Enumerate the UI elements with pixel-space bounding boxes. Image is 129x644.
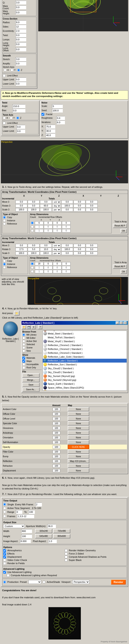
scale-tz2-input[interactable] (86, 252, 98, 255)
show-root-only-cb[interactable] (22, 366, 25, 369)
dim1d1-count[interactable] (35, 221, 43, 225)
bf-selected-radio[interactable] (22, 343, 25, 346)
dim3d1-x[interactable] (44, 229, 52, 232)
move-tz2-input[interactable] (86, 244, 98, 247)
super-black-cb[interactable] (65, 559, 68, 562)
lower-limit-input[interactable] (16, 82, 26, 86)
scale-y2-input[interactable] (28, 252, 40, 255)
dim1d2-z[interactable] (62, 262, 71, 266)
map-amount-input[interactable] (53, 426, 60, 430)
move-y1-input[interactable] (28, 200, 40, 204)
res-640-btn[interactable]: 640x480 (35, 534, 52, 538)
map-btn-ambient-color[interactable]: None (68, 407, 89, 411)
rotate-ty2-input[interactable] (74, 248, 85, 251)
ok1-button[interactable]: OK (120, 229, 127, 233)
res-320-btn[interactable]: 320x240 (35, 529, 52, 533)
dim2d2-radio[interactable] (30, 266, 34, 269)
mtl-library-button[interactable]: 📁 (14, 311, 20, 316)
map-amount-input[interactable] (53, 436, 60, 439)
scale-x1-input[interactable] (16, 208, 27, 212)
noise-scale-input[interactable] (52, 104, 63, 108)
material-list-item[interactable]: Sky_Sunset2 (Skynut2.jpg) (43, 378, 127, 382)
move-z2-input[interactable] (40, 244, 52, 247)
rotate-tz1-input[interactable] (86, 204, 98, 208)
material-list-item[interactable]: Space_HiRes_Stars (Stars10JPG) (43, 386, 127, 390)
ta-z-radio[interactable] (16, 116, 19, 119)
render-fields-cb[interactable] (3, 562, 6, 565)
show-maps-cb[interactable] (22, 360, 25, 362)
twist-angle-input[interactable] (13, 104, 25, 108)
fractal-checkbox[interactable] (42, 113, 44, 116)
map-btn-opacity[interactable]: CLICK HERE (68, 445, 89, 449)
copy-radio2[interactable] (3, 260, 6, 262)
twist-upper-input[interactable] (17, 125, 25, 129)
dim1d2-y[interactable] (53, 262, 61, 266)
map-btn-refraction[interactable]: None (68, 464, 89, 468)
res-800-btn[interactable]: 800x600 (53, 534, 70, 538)
image-aspect-input[interactable] (20, 539, 31, 543)
to-range-radio[interactable] (3, 510, 6, 513)
noise-seed-input[interactable] (52, 108, 63, 112)
dim2d2-z[interactable] (62, 266, 71, 270)
res-720-btn[interactable]: 720x486 (53, 529, 70, 533)
activeshade-radio[interactable] (43, 581, 45, 584)
atmospherics-cb[interactable] (3, 549, 6, 552)
noise-roughness-input[interactable] (56, 116, 65, 120)
sa-z-radio[interactable] (17, 69, 20, 72)
noise-x-input[interactable] (46, 125, 55, 128)
file-save-btn[interactable]: Save (22, 383, 40, 387)
material-list-item[interactable]: Sky_Cloud3 ( Standard ) (43, 370, 127, 374)
move-ty1-input[interactable] (74, 200, 85, 204)
noise-iterations-input[interactable] (56, 120, 65, 124)
dim1d2-count[interactable] (35, 262, 43, 266)
material-list-item[interactable]: Reflection_Chrome2 ( Standard ) (43, 347, 127, 351)
ta-x-radio[interactable] (3, 116, 6, 119)
dim2d1-x[interactable] (44, 225, 52, 228)
displacement-cb[interactable] (3, 556, 6, 558)
effects-cb[interactable] (3, 552, 6, 555)
ta-y-radio[interactable] (10, 116, 13, 119)
material-list-item[interactable]: Metal_Steel ( Standard ) (43, 332, 127, 336)
map-amount-input[interactable] (53, 450, 60, 454)
cs-eccentricity-input[interactable] (16, 29, 26, 33)
move-z1-input[interactable] (40, 200, 52, 204)
dim3d2-radio[interactable] (30, 270, 34, 273)
smooth-stretch-input[interactable] (16, 57, 26, 61)
render-hidden-cb[interactable] (65, 549, 68, 552)
to-active-radio[interactable] (3, 507, 6, 510)
map-amount-input[interactable] (53, 431, 60, 434)
material-list-item[interactable]: Reflection_Chrome1 ( Standard ) (43, 343, 127, 347)
bf-new-radio[interactable] (22, 350, 25, 352)
dim2d1-z[interactable] (62, 225, 71, 228)
move-y2-input[interactable] (28, 244, 40, 247)
reference-radio2[interactable] (3, 266, 6, 269)
move-tz1-input[interactable] (86, 200, 98, 204)
scale-z1-input[interactable] (40, 208, 52, 212)
material-list-item[interactable]: Reflection_Lake_Gold ( Standard ) (43, 355, 127, 359)
scale-x2-input[interactable] (16, 252, 27, 255)
viewport-select[interactable]: Perspective (72, 580, 89, 584)
rotate-unit2-select[interactable]: degrees (52, 248, 61, 251)
every-nth-input[interactable] (36, 502, 42, 506)
dim1d1-radio[interactable] (30, 222, 34, 224)
material-list-item[interactable]: Reflection_Lake ( Standard ) (43, 359, 127, 362)
map-btn-orientation[interactable]: None (68, 435, 89, 440)
output-size-select[interactable]: Custom (3, 524, 25, 528)
cs-lumps-input[interactable] (16, 38, 26, 42)
rotate-z1-input[interactable] (40, 204, 52, 208)
noise-z-input[interactable] (46, 133, 55, 137)
dim3d1-y[interactable] (53, 229, 61, 232)
sa-x-radio[interactable] (4, 69, 7, 72)
mat-help-btn[interactable]: ? (38, 325, 42, 329)
bf-active-slot-radio[interactable] (22, 340, 25, 342)
move-ty2-input[interactable] (74, 244, 85, 247)
twist-limit-effect-checkbox[interactable] (3, 122, 6, 124)
bc-warp-count-input[interactable] (16, 5, 26, 9)
render-button[interactable]: Render (111, 580, 126, 584)
dim3d1-z[interactable] (62, 229, 71, 232)
dim2d1-radio[interactable] (30, 226, 34, 228)
scale-tx1-input[interactable] (61, 208, 73, 212)
file-open-btn[interactable]: Open... (22, 373, 40, 378)
dim2d2-x[interactable] (44, 266, 52, 270)
dim1d1-y[interactable] (53, 221, 61, 225)
